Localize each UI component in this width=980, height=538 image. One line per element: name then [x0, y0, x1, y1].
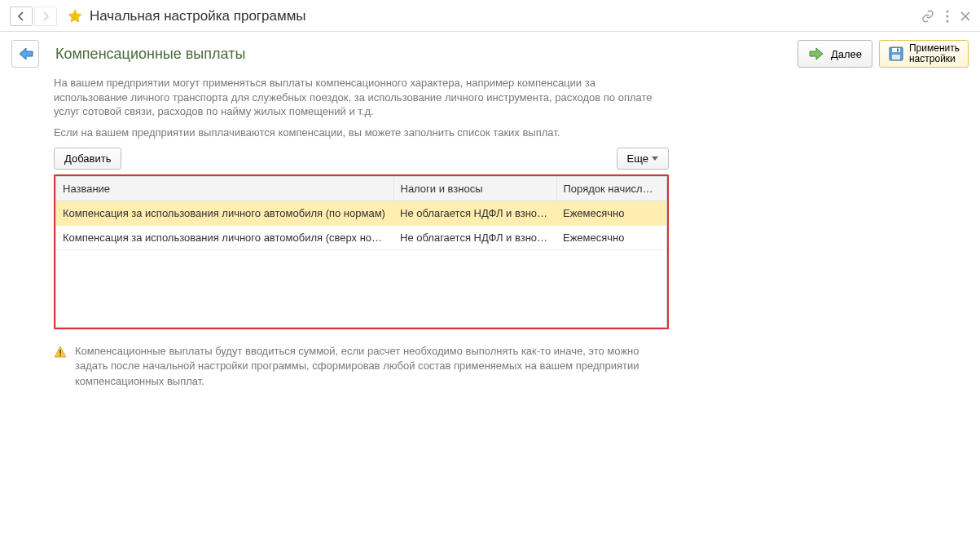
svg-rect-5	[892, 55, 900, 60]
svg-rect-4	[892, 48, 900, 52]
col-header-name[interactable]: Название	[56, 177, 393, 201]
favorite-star-icon[interactable]	[67, 8, 83, 24]
chevron-down-icon	[652, 157, 658, 161]
cell-name: Компенсация за использования личного авт…	[56, 201, 393, 226]
col-header-tax[interactable]: Налоги и взносы	[393, 177, 556, 201]
svg-point-0	[946, 10, 948, 12]
cell-tax: Не облагается НДФЛ и взно…	[393, 201, 556, 226]
svg-rect-8	[59, 355, 61, 356]
kebab-menu-icon[interactable]	[946, 10, 949, 23]
title-bar: Начальная настройка программы	[0, 0, 980, 32]
table-row[interactable]: Компенсация за использования личного авт…	[56, 226, 666, 250]
nav-back-button[interactable]	[10, 7, 33, 26]
compensations-table: Название Налоги и взносы Порядок начисл……	[54, 174, 669, 329]
wizard-back-button[interactable]	[11, 40, 39, 68]
link-icon[interactable]	[921, 10, 934, 23]
page-heading: Компенсационные выплаты	[55, 40, 245, 68]
svg-point-2	[946, 20, 948, 22]
cell-tax: Не облагается НДФЛ и взно…	[393, 226, 556, 250]
col-header-order[interactable]: Порядок начисл…	[556, 177, 666, 201]
next-button[interactable]: Далее	[798, 40, 872, 68]
add-button[interactable]: Добавить	[54, 148, 121, 170]
apply-settings-button[interactable]: Применить настройки	[879, 40, 969, 68]
table-row[interactable]: Компенсация за использования личного авт…	[56, 201, 666, 226]
svg-rect-6	[897, 49, 899, 52]
close-icon[interactable]	[960, 11, 970, 21]
nav-forward-button[interactable]	[34, 7, 57, 26]
cell-name: Компенсация за использования личного авт…	[56, 226, 393, 250]
intro-paragraph-2: Если на вашем предприятии выплачиваются …	[54, 126, 669, 140]
more-button[interactable]: Еще	[617, 148, 669, 170]
save-icon	[888, 46, 904, 62]
svg-point-1	[946, 15, 948, 17]
intro-paragraph-1: На вашем предприятии могут применяться в…	[54, 76, 669, 119]
svg-rect-7	[59, 350, 61, 354]
warning-icon	[54, 344, 67, 389]
window-title: Начальная настройка программы	[90, 8, 306, 24]
arrow-right-icon	[808, 46, 826, 61]
footer-note-text: Компенсационные выплаты будут вводиться …	[75, 344, 669, 389]
cell-order: Ежемесячно	[556, 226, 666, 250]
cell-order: Ежемесячно	[556, 201, 666, 226]
intro-text: На вашем предприятии могут применяться в…	[54, 76, 669, 139]
apply-button-label-2: настройки	[909, 54, 960, 64]
more-button-label: Еще	[627, 152, 648, 165]
next-button-label: Далее	[831, 48, 862, 60]
